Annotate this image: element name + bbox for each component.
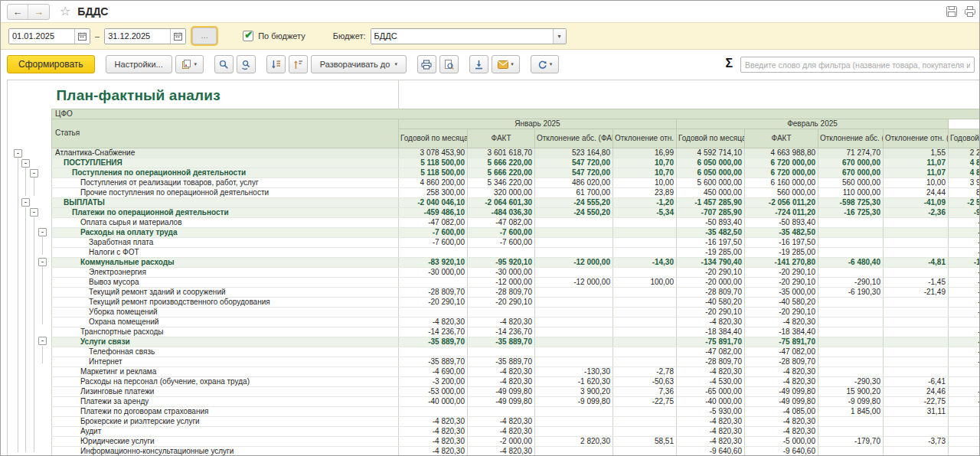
value-cell[interactable]: -4 820,30 [677,366,745,376]
value-cell[interactable] [535,347,613,357]
value-cell[interactable]: -724 011,20 [745,207,818,217]
value-cell[interactable]: -4 690,00 [399,366,468,376]
value-cell[interactable]: 58,51 [613,436,677,446]
value-cell[interactable]: -75 891,70 [745,337,818,347]
article-cell[interactable]: Расходы на оплату труда [52,227,399,237]
value-cell[interactable]: 16,99 [613,148,677,158]
value-cell[interactable] [818,237,884,247]
value-cell[interactable] [535,406,613,416]
col-header-plan-mar[interactable]: Годовой по месяцам 2025 [949,129,980,148]
value-cell[interactable]: -47 082,00 [677,347,745,357]
article-cell[interactable]: Оплата сырья и материалов [52,217,399,227]
value-cell[interactable]: -35 889,70 [399,337,468,347]
value-cell[interactable]: -3,73 [884,436,949,446]
value-cell[interactable]: -38 475,00 [949,227,980,237]
value-cell[interactable]: -944 598,30 [949,207,980,217]
value-cell[interactable]: -2,78 [613,366,677,376]
value-cell[interactable]: -1,20 [613,197,677,207]
value-cell[interactable]: 10,00 [613,178,677,187]
value-cell[interactable]: -49 099,80 [468,396,535,406]
article-cell[interactable]: Интернет [52,357,399,366]
value-cell[interactable]: -49 099,80 [949,386,980,396]
value-cell[interactable]: -16 725,30 [818,207,884,217]
value-cell[interactable]: -47 082,00 [468,217,535,227]
value-cell[interactable]: -130,30 [535,366,613,376]
value-cell[interactable]: -18 384,40 [949,327,980,337]
value-cell[interactable]: 5 118 500,00 [399,158,468,168]
value-cell[interactable]: -4 820,30 [949,376,980,386]
value-cell[interactable] [535,287,613,297]
value-cell[interactable]: -19 285,00 [677,247,745,257]
value-cell[interactable]: 547 720,00 [535,158,613,168]
favorite-star-icon[interactable]: ☆ [60,5,70,18]
value-cell[interactable]: -4 820,30 [745,317,818,327]
value-cell[interactable] [884,307,949,317]
value-cell[interactable]: -4 820,30 [468,366,535,376]
value-cell[interactable]: -9 640,60 [677,446,745,455]
col-header-plan-feb[interactable]: Годовой по месяцам 2025 [677,129,745,148]
value-cell[interactable]: -49 099,80 [468,386,535,396]
value-cell[interactable] [535,227,613,237]
value-cell[interactable]: 61 700,00 [535,187,613,197]
back-button[interactable]: ← [8,5,28,19]
value-cell[interactable] [818,317,884,327]
value-cell[interactable]: -2 040 046,10 [399,197,468,207]
value-cell[interactable]: -7 600,00 [399,237,468,247]
tree-expander[interactable]: - [30,208,38,217]
tree-expander[interactable]: - [38,228,47,236]
value-cell[interactable] [818,247,884,257]
value-cell[interactable]: 6 050 000,00 [677,158,745,168]
value-cell[interactable]: -50 893,40 [745,217,818,227]
value-cell[interactable]: -20 290,10 [677,307,745,317]
value-cell[interactable]: -35 889,70 [399,357,468,366]
value-cell[interactable]: -9 099,80 [535,396,613,406]
value-cell[interactable] [613,297,677,307]
article-cell[interactable]: Расходы на персонал (обучение, охрана тр… [52,376,399,386]
value-cell[interactable] [884,347,949,357]
value-cell[interactable]: -290,10 [818,277,884,287]
value-cell[interactable]: -2,36 [884,207,949,217]
quick-filter-input[interactable] [740,57,975,73]
article-header-cell[interactable]: Статья [52,119,399,148]
value-cell[interactable]: 560 000,00 [818,178,884,187]
value-cell[interactable]: -47 082,00 [745,347,818,357]
value-cell[interactable]: -4 820,30 [949,416,980,426]
refresh-button[interactable]: ▾ [531,55,559,73]
value-cell[interactable]: -47 082,00 [399,217,468,227]
value-cell[interactable]: -3 200,00 [399,376,468,386]
article-cell[interactable]: Платежи по операционной деятельности [52,207,399,217]
article-cell[interactable]: Телефонная связь [52,347,399,357]
value-cell[interactable] [535,267,613,277]
value-cell[interactable]: -20 290,10 [677,267,745,277]
date-to-input[interactable] [105,29,170,44]
value-cell[interactable] [884,227,949,237]
value-cell[interactable]: -28 809,70 [677,287,745,297]
value-cell[interactable]: -14 236,70 [399,327,468,337]
value-cell[interactable]: -20 290,10 [468,297,535,307]
value-cell[interactable]: -24 550,20 [535,207,613,217]
value-cell[interactable]: 5 118 500,00 [399,168,468,178]
col-header-dev-rel-feb[interactable]: Отклонение отн. (ФАКТ) [884,129,949,148]
cfo-header-cell[interactable]: ЦФО [52,109,980,119]
send-mail-button[interactable]: ▾ [492,55,520,73]
value-cell[interactable] [399,406,468,416]
article-cell[interactable]: Вывоз мусора [52,277,399,287]
value-cell[interactable]: -20 000,00 [677,277,745,287]
value-cell[interactable]: -20 290,10 [399,297,468,307]
value-cell[interactable] [535,446,613,455]
value-cell[interactable]: -1 620,30 [535,376,613,386]
value-cell[interactable]: -22,75 [613,396,677,406]
value-cell[interactable]: 11,07 [884,158,949,168]
value-cell[interactable]: 31,11 [884,406,949,416]
value-cell[interactable]: 670 000,00 [818,158,884,168]
value-cell[interactable]: 5 666 220,00 [468,168,535,178]
value-cell[interactable] [468,347,535,357]
article-cell[interactable]: Коммунальные расходы [52,257,399,267]
value-cell[interactable]: -4 820,30 [399,416,468,426]
value-cell[interactable] [535,297,613,307]
value-cell[interactable]: -18 384,40 [677,327,745,337]
value-cell[interactable]: 7,36 [613,386,677,396]
value-cell[interactable]: -9 640,60 [745,446,818,455]
tree-expander[interactable]: - [38,337,47,345]
value-cell[interactable]: -4 820,30 [399,446,468,455]
